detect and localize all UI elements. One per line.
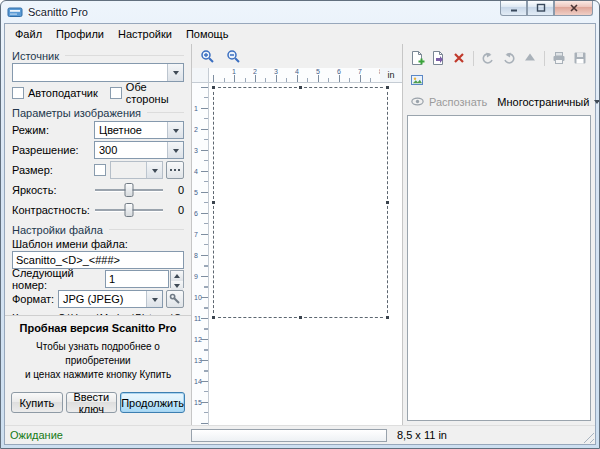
zoom-in-button[interactable] bbox=[196, 46, 218, 66]
contrast-slider-thumb[interactable] bbox=[125, 203, 134, 217]
delete-page-button[interactable] bbox=[449, 48, 469, 68]
resolution-select-arrow[interactable] bbox=[167, 142, 183, 158]
buy-button[interactable]: Купить bbox=[11, 392, 63, 413]
contrast-label: Контрастность: bbox=[12, 204, 94, 216]
scan-settings-sidebar: Источник Автоподатчик Обе стороны bbox=[5, 44, 192, 425]
format-row: Формат: JPG (JPEG) bbox=[12, 289, 184, 309]
menu-settings[interactable]: Настройки bbox=[111, 25, 179, 43]
enter-key-button[interactable]: Ввести ключ bbox=[66, 392, 118, 413]
contrast-row: Контрастность: 0 bbox=[12, 200, 184, 220]
app-icon[interactable] bbox=[7, 4, 23, 20]
print-button[interactable] bbox=[549, 48, 569, 68]
ruler-corner bbox=[192, 68, 209, 83]
v-ruler-number: 3 bbox=[194, 147, 198, 154]
scan-selection[interactable] bbox=[213, 87, 388, 318]
rotate-left-button[interactable] bbox=[478, 48, 498, 68]
brightness-slider[interactable] bbox=[94, 182, 164, 198]
recognize-row: Распознать Многостраничный bbox=[407, 91, 591, 112]
minimize-button[interactable] bbox=[500, 1, 527, 16]
duplex-checkbox-box[interactable] bbox=[110, 87, 122, 99]
custom-size-button[interactable] bbox=[166, 161, 184, 179]
multipage-dropdown[interactable]: Многостраничный bbox=[492, 94, 600, 110]
selection-handle-w[interactable] bbox=[211, 200, 216, 205]
page-image-button[interactable] bbox=[407, 70, 427, 90]
selection-handle-n[interactable] bbox=[298, 85, 303, 90]
size-select[interactable] bbox=[110, 161, 163, 179]
h-ruler-number: 5 bbox=[316, 68, 320, 75]
move-up-button[interactable] bbox=[520, 48, 540, 68]
selection-handle-e[interactable] bbox=[385, 200, 390, 205]
v-ruler-number: 7 bbox=[194, 231, 198, 238]
mode-select-arrow[interactable] bbox=[167, 122, 183, 138]
scan-preview-canvas[interactable] bbox=[209, 83, 402, 425]
file-group-title: Настройки файла bbox=[12, 224, 103, 236]
image-group-title: Параметры изображения bbox=[12, 107, 141, 119]
v-ruler-number: 9 bbox=[194, 273, 198, 280]
trial-line-2: и ценах нажмите кнопку Купить bbox=[11, 368, 185, 382]
brightness-row: Яркость: 0 bbox=[12, 180, 184, 200]
zoom-out-icon bbox=[226, 49, 241, 64]
brightness-slider-thumb[interactable] bbox=[125, 183, 134, 197]
trial-panel: Пробная версия Scanitto Pro Чтобы узнать… bbox=[5, 315, 191, 425]
v-ruler-number: 11 bbox=[194, 315, 201, 322]
selection-handle-nw[interactable] bbox=[211, 85, 216, 90]
selection-handle-sw[interactable] bbox=[211, 315, 216, 320]
resize-grip[interactable] bbox=[581, 430, 594, 443]
rotate-right-button[interactable] bbox=[499, 48, 519, 68]
v-ruler-number: 12 bbox=[194, 336, 202, 343]
import-page-icon bbox=[430, 50, 446, 66]
toolbar-separator bbox=[473, 51, 474, 66]
maximize-button[interactable] bbox=[527, 1, 554, 16]
selection-handle-ne[interactable] bbox=[385, 85, 390, 90]
v-ruler-number: 1 bbox=[194, 105, 198, 112]
next-number-input[interactable] bbox=[105, 270, 169, 288]
menu-help[interactable]: Помощь bbox=[179, 25, 236, 43]
size-checkbox[interactable] bbox=[94, 164, 106, 176]
wrench-icon bbox=[169, 293, 181, 305]
source-select[interactable] bbox=[12, 63, 184, 82]
format-select-arrow[interactable] bbox=[146, 291, 162, 307]
close-button[interactable] bbox=[554, 1, 593, 16]
v-ruler-number: 6 bbox=[194, 210, 198, 217]
mode-select-value: Цветное bbox=[99, 124, 142, 136]
mode-label: Режим: bbox=[12, 124, 94, 136]
eye-icon bbox=[410, 94, 425, 109]
size-select-arrow[interactable] bbox=[146, 162, 162, 178]
progress-bar bbox=[191, 429, 387, 442]
zoom-out-button[interactable] bbox=[222, 46, 244, 66]
selection-handle-s[interactable] bbox=[298, 315, 303, 320]
menu-profiles[interactable]: Профили bbox=[49, 25, 111, 43]
format-settings-button[interactable] bbox=[166, 290, 184, 308]
format-label: Формат: bbox=[12, 293, 58, 305]
continue-button[interactable]: Продолжить bbox=[120, 392, 185, 413]
menubar: Файл Профили Настройки Помощь bbox=[5, 24, 595, 44]
resolution-select[interactable]: 300 bbox=[94, 141, 184, 159]
menu-file[interactable]: Файл bbox=[8, 25, 49, 43]
titlebar[interactable]: Scanitto Pro bbox=[1, 1, 599, 23]
brightness-value: 0 bbox=[168, 184, 184, 196]
add-page-icon bbox=[409, 50, 425, 66]
page-list[interactable] bbox=[407, 115, 591, 421]
multipage-label: Многостраничный bbox=[497, 96, 589, 108]
format-select[interactable]: JPG (JPEG) bbox=[58, 290, 163, 308]
mode-select[interactable]: Цветное bbox=[94, 121, 184, 139]
autofeeder-checkbox-box[interactable] bbox=[12, 87, 24, 99]
add-page-button[interactable] bbox=[407, 48, 427, 68]
next-number-label: Следующий номер: bbox=[12, 267, 105, 291]
h-ruler-number: 2 bbox=[253, 68, 257, 75]
trial-title: Пробная версия Scanitto Pro bbox=[11, 322, 185, 334]
contrast-slider[interactable] bbox=[94, 202, 164, 218]
duplex-checkbox[interactable]: Обе стороны bbox=[110, 81, 184, 105]
source-select-arrow[interactable] bbox=[167, 64, 183, 81]
statusbar: Ожидание 8,5 x 11 in bbox=[5, 425, 595, 444]
image-icon bbox=[409, 72, 425, 88]
resolution-label: Разрешение: bbox=[12, 144, 94, 156]
recognize-button[interactable]: Распознать bbox=[407, 93, 490, 110]
resolution-row: Разрешение: 300 bbox=[12, 140, 184, 160]
selection-handle-se[interactable] bbox=[385, 315, 390, 320]
autofeeder-checkbox[interactable]: Автоподатчик bbox=[12, 87, 98, 99]
save-button[interactable] bbox=[570, 48, 590, 68]
import-page-button[interactable] bbox=[428, 48, 448, 68]
preview-toolbar bbox=[192, 44, 402, 68]
spinner-up-button[interactable] bbox=[171, 271, 183, 281]
